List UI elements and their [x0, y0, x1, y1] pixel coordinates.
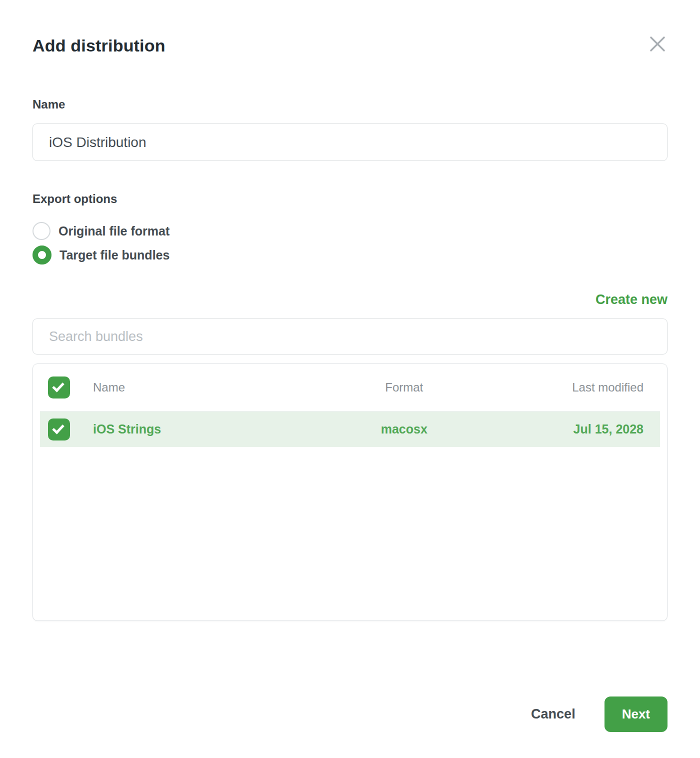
bundle-table: Name Format Last modified iOS Strings ma… [32, 364, 668, 621]
row-name: iOS Strings [93, 422, 324, 436]
select-all-cell [48, 376, 93, 398]
name-label: Name [32, 98, 668, 112]
next-button[interactable]: Next [604, 696, 668, 732]
cancel-button[interactable]: Cancel [531, 706, 576, 722]
table-row[interactable]: iOS Strings macosx Jul 15, 2028 [40, 412, 660, 447]
radio-selected-icon [32, 246, 52, 264]
radio-original-file-format[interactable]: Original file format [32, 219, 668, 243]
dialog-footer: Cancel Next [32, 696, 668, 732]
radio-unselected-icon [32, 222, 50, 240]
column-header-format: Format [324, 380, 484, 394]
column-header-name: Name [93, 380, 324, 394]
radio-label: Target file bundles [60, 248, 170, 262]
close-icon[interactable] [648, 34, 668, 54]
row-format: macosx [324, 422, 484, 436]
page-title: Add distribution [32, 36, 166, 56]
dialog-header: Add distribution [32, 36, 668, 56]
export-options-group: Original file format Target file bundles [32, 219, 668, 267]
table-header-row: Name Format Last modified [40, 364, 660, 412]
column-header-last-modified: Last modified [484, 380, 644, 394]
check-icon [52, 422, 64, 434]
export-options-label: Export options [32, 192, 668, 206]
check-icon [52, 380, 64, 392]
row-last-modified: Jul 15, 2028 [484, 422, 644, 436]
row-checkbox-cell [48, 418, 93, 440]
search-input[interactable] [32, 318, 668, 354]
create-new-wrap: Create new [32, 292, 668, 308]
row-checkbox[interactable] [48, 418, 70, 440]
select-all-checkbox[interactable] [48, 376, 70, 398]
radio-target-file-bundles[interactable]: Target file bundles [32, 243, 668, 267]
add-distribution-dialog: Add distribution Name Export options Ori… [0, 0, 700, 732]
radio-label: Original file format [58, 224, 170, 238]
name-input[interactable] [32, 124, 668, 161]
create-new-link[interactable]: Create new [596, 292, 668, 307]
